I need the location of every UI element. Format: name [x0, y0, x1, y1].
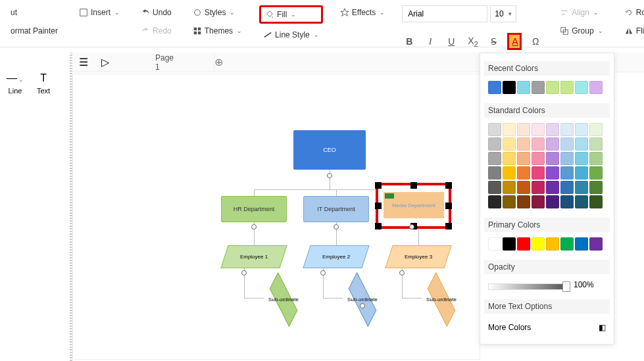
employee1-node[interactable]: Employee 1 — [224, 245, 284, 268]
color-swatch[interactable] — [488, 152, 501, 165]
opacity-slider[interactable] — [488, 283, 567, 290]
color-swatch[interactable] — [532, 137, 545, 151]
flip-button[interactable]: Flip⌄ — [620, 24, 644, 38]
node-port[interactable] — [320, 270, 326, 276]
color-swatch[interactable] — [546, 166, 559, 180]
themes-button[interactable]: Themes⌄ — [189, 24, 246, 38]
resize-handle[interactable] — [375, 203, 382, 209]
color-swatch[interactable] — [575, 237, 588, 251]
media-dept-node[interactable]: Media Department — [384, 192, 444, 218]
undo-button[interactable]: Undo — [137, 5, 176, 20]
color-swatch[interactable] — [589, 195, 603, 208]
color-swatch[interactable] — [560, 166, 574, 180]
color-swatch[interactable] — [517, 152, 530, 165]
effects-button[interactable]: Effects⌄ — [336, 5, 389, 20]
color-swatch[interactable] — [532, 237, 545, 251]
pages-menu-icon[interactable]: ☰ — [79, 56, 88, 68]
color-swatch[interactable] — [546, 137, 559, 151]
color-swatch[interactable] — [488, 123, 501, 136]
node-port[interactable] — [251, 224, 257, 229]
group-button[interactable]: Group⌄ — [556, 24, 607, 38]
color-swatch[interactable] — [575, 123, 588, 136]
color-swatch[interactable] — [503, 81, 516, 94]
color-swatch[interactable] — [488, 181, 501, 194]
color-swatch[interactable] — [589, 123, 603, 136]
color-swatch[interactable] — [560, 195, 574, 208]
color-swatch[interactable] — [503, 137, 516, 151]
rotate-button[interactable]: Rotate⌄ — [620, 5, 644, 20]
color-swatch[interactable] — [517, 166, 530, 180]
color-swatch[interactable] — [503, 166, 516, 180]
color-swatch[interactable] — [488, 166, 501, 180]
node-port[interactable] — [334, 224, 339, 229]
line-style-button[interactable]: Line Style⌄ — [259, 28, 323, 42]
color-swatch[interactable] — [560, 137, 574, 151]
color-swatch[interactable] — [517, 81, 530, 94]
color-swatch[interactable] — [517, 181, 530, 194]
node-port[interactable] — [241, 270, 247, 276]
resize-handle[interactable] — [445, 223, 452, 229]
color-swatch[interactable] — [589, 81, 603, 94]
color-swatch[interactable] — [503, 195, 516, 208]
resize-handle[interactable] — [410, 182, 417, 189]
insert-button[interactable]: Insert⌄ — [75, 5, 124, 20]
color-swatch[interactable] — [503, 237, 516, 251]
color-swatch[interactable] — [532, 195, 545, 208]
color-swatch[interactable] — [575, 137, 588, 151]
opacity-thumb[interactable] — [562, 281, 570, 292]
color-swatch[interactable] — [503, 152, 516, 165]
employee3-node[interactable]: Employee 3 — [389, 245, 448, 268]
color-swatch[interactable] — [546, 237, 559, 251]
color-swatch[interactable] — [517, 123, 530, 136]
employee2-node[interactable]: Employee 2 — [307, 245, 366, 268]
color-swatch[interactable] — [517, 195, 530, 208]
add-page-button[interactable]: ⊕ — [214, 56, 223, 68]
color-swatch[interactable] — [503, 181, 516, 194]
line-tool[interactable]: —⌄ Line — [7, 72, 24, 95]
color-swatch[interactable] — [575, 166, 588, 180]
color-swatch[interactable] — [488, 237, 501, 251]
page-tab[interactable]: Page 1 — [116, 53, 214, 72]
font-select[interactable]: Arial — [402, 5, 487, 22]
text-tool[interactable]: T Text — [37, 72, 50, 95]
color-swatch[interactable] — [546, 81, 559, 94]
node-port[interactable] — [360, 303, 365, 308]
color-swatch[interactable] — [560, 81, 574, 94]
strikethrough-button[interactable]: S̶ — [486, 34, 501, 49]
resize-handle[interactable] — [375, 223, 382, 229]
color-swatch[interactable] — [517, 237, 530, 251]
color-swatch[interactable] — [575, 152, 588, 165]
color-swatch[interactable] — [560, 237, 574, 251]
redo-button[interactable]: Redo — [137, 24, 176, 38]
expand-icon[interactable]: ▷ — [101, 56, 109, 68]
color-swatch[interactable] — [532, 81, 545, 94]
color-swatch[interactable] — [546, 195, 559, 208]
ceo-node[interactable]: CEO — [293, 130, 366, 170]
color-swatch[interactable] — [589, 152, 603, 165]
omega-button[interactable]: Ω — [528, 34, 543, 49]
color-swatch[interactable] — [560, 181, 574, 194]
canvas[interactable]: CEO HR Department IT Department Media De… — [72, 74, 480, 360]
color-swatch[interactable] — [575, 195, 588, 208]
color-swatch[interactable] — [589, 166, 603, 180]
color-swatch[interactable] — [546, 181, 559, 194]
subordinate3-node[interactable]: Sub-ordinate — [415, 288, 468, 311]
styles-button[interactable]: Styles⌄ — [189, 5, 246, 20]
color-swatch[interactable] — [488, 81, 501, 94]
more-colors-button[interactable]: More Colors ◧ — [488, 319, 606, 336]
fill-button[interactable]: Fill⌄ — [259, 5, 323, 24]
resize-handle[interactable] — [375, 182, 382, 189]
color-swatch[interactable] — [589, 181, 603, 194]
color-swatch[interactable] — [575, 181, 588, 194]
resize-handle[interactable] — [445, 182, 452, 189]
color-swatch[interactable] — [589, 137, 603, 151]
text-color-button[interactable]: A — [507, 33, 522, 50]
color-swatch[interactable] — [575, 81, 588, 94]
color-swatch[interactable] — [589, 237, 603, 251]
subordinate1-node[interactable]: Sub-ordinate — [257, 288, 310, 311]
format-painter-button[interactable]: ormat Painter — [7, 24, 62, 38]
color-swatch[interactable] — [546, 152, 559, 165]
color-swatch[interactable] — [503, 123, 516, 136]
node-port[interactable] — [399, 270, 405, 276]
node-port[interactable] — [409, 224, 414, 229]
